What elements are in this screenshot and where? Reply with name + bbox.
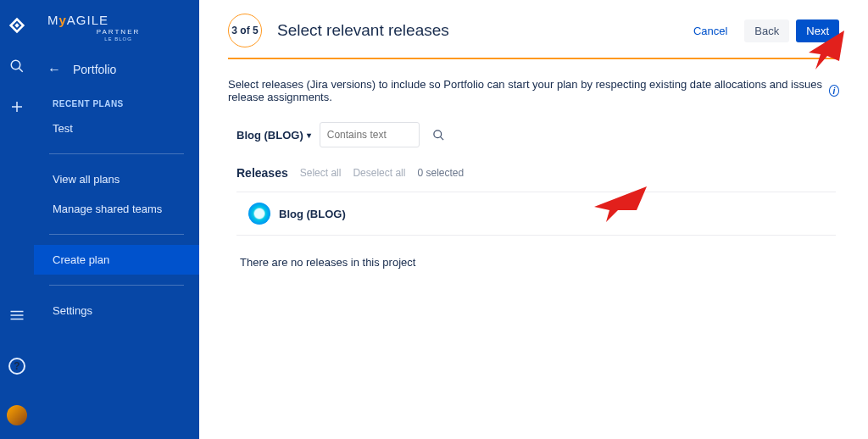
cancel-button[interactable]: Cancel (683, 19, 737, 42)
info-icon[interactable]: i (829, 85, 839, 97)
menu-icon[interactable] (7, 305, 27, 325)
back-button[interactable]: Back (744, 19, 789, 42)
back-icon[interactable]: ← (47, 62, 61, 77)
search-icon[interactable] (7, 56, 27, 76)
logo-subtitle: PARTNER (47, 26, 189, 36)
page-title: Select relevant releases (277, 21, 449, 40)
logo: MyAGILE PARTNER LE BLOG (34, 12, 199, 57)
project-dropdown[interactable]: Blog (BLOG) ▾ (236, 129, 311, 142)
sidebar-create-plan[interactable]: Create plan (34, 245, 199, 275)
page-description: Select releases (Jira versions) to inclu… (228, 78, 839, 103)
create-icon[interactable] (7, 97, 27, 117)
product-icon[interactable] (7, 15, 27, 36)
accent-underline (228, 58, 839, 59)
svg-point-10 (434, 130, 442, 137)
sidebar-settings[interactable]: Settings (34, 296, 199, 325)
project-icon (248, 203, 270, 225)
divider (49, 234, 184, 235)
search-icon[interactable] (428, 124, 450, 146)
sidebar-manage-teams[interactable]: Manage shared teams (34, 194, 199, 224)
svg-marker-13 (594, 186, 647, 222)
filter-row: Blog (BLOG) ▾ (236, 122, 839, 147)
recent-plans-label: RECENT PLANS (34, 92, 199, 114)
empty-state-message: There are no releases in this project (240, 256, 839, 269)
selected-count: 0 selected (417, 167, 464, 179)
help-icon[interactable]: ? (8, 358, 25, 375)
divider (49, 153, 184, 154)
filter-input[interactable] (320, 122, 420, 147)
sidebar-view-all-plans[interactable]: View all plans (34, 164, 199, 194)
step-indicator: 3 of 5 (228, 14, 262, 47)
select-all-button[interactable]: Select all (300, 167, 342, 179)
wizard-header: 3 of 5 Select relevant releases Cancel B… (228, 14, 839, 47)
project-row[interactable]: Blog (BLOG) (236, 192, 836, 236)
sidebar-recent-item[interactable]: Test (34, 114, 199, 143)
svg-marker-12 (809, 31, 844, 69)
svg-line-11 (441, 136, 444, 140)
main-content: 3 of 5 Select relevant releases Cancel B… (199, 0, 868, 439)
releases-label: Releases (236, 166, 288, 180)
sidebar-title: Portfolio (73, 63, 116, 76)
deselect-all-button[interactable]: Deselect all (353, 167, 405, 179)
logo-tagline: LE BLOG (47, 36, 189, 42)
svg-line-4 (19, 68, 23, 72)
svg-point-3 (11, 60, 20, 69)
chevron-down-icon: ▾ (307, 131, 311, 140)
project-name: Blog (BLOG) (279, 208, 346, 220)
global-nav-rail: ? (0, 0, 34, 439)
annotation-arrow-icon (802, 29, 853, 80)
annotation-arrow-icon (589, 185, 648, 227)
avatar[interactable] (7, 405, 27, 425)
sidebar: MyAGILE PARTNER LE BLOG ← Portfolio RECE… (34, 0, 199, 439)
releases-toolbar: Releases Select all Deselect all 0 selec… (236, 166, 839, 180)
project-dropdown-label: Blog (BLOG) (236, 129, 303, 142)
breadcrumb[interactable]: ← Portfolio (34, 57, 199, 92)
divider (49, 285, 184, 286)
description-text: Select releases (Jira versions) to inclu… (228, 78, 826, 103)
